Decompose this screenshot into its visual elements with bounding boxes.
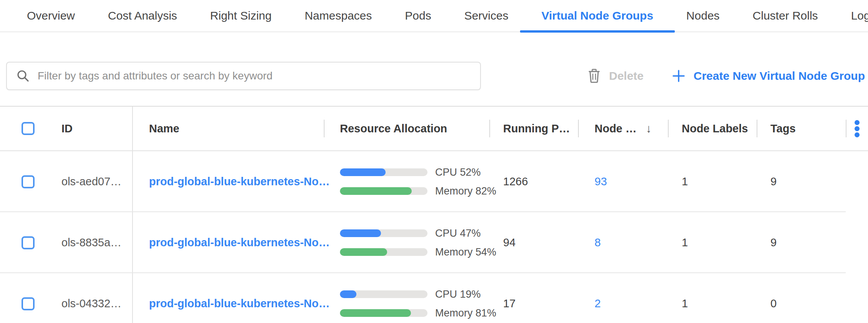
filter-search-box[interactable] xyxy=(6,62,481,90)
kebab-menu-icon[interactable] xyxy=(853,119,861,139)
virtual-node-groups-page: Overview Cost Analysis Right Sizing Name… xyxy=(0,0,868,323)
row-checkbox[interactable] xyxy=(22,236,35,249)
delete-button-label: Delete xyxy=(609,69,644,82)
sort-desc-icon[interactable]: ↓ xyxy=(646,122,652,135)
cpu-usage-line: CPU 47% xyxy=(340,227,496,239)
cpu-bar-fill xyxy=(340,290,356,298)
cpu-bar-track xyxy=(340,168,427,176)
delete-button[interactable]: Delete xyxy=(588,69,644,83)
tab-cluster-rolls[interactable]: Cluster Rolls xyxy=(753,0,818,32)
tab-virtual-node-groups[interactable]: Virtual Node Groups xyxy=(542,0,653,32)
memory-bar-track xyxy=(340,187,427,195)
nodes-count-cell: 2 xyxy=(578,273,668,323)
running-pods-value: 94 xyxy=(489,212,578,273)
cpu-usage-line: CPU 52% xyxy=(340,166,496,178)
table-header-row: ID Name Resource Allocation Running P… N… xyxy=(0,107,868,151)
memory-bar-track xyxy=(340,248,427,256)
row-checkbox-cell xyxy=(0,273,54,323)
tab-log[interactable]: Log xyxy=(851,0,868,32)
resource-allocation-cell: CPU 52% Memory 82% xyxy=(324,151,489,212)
tab-namespaces[interactable]: Namespaces xyxy=(305,0,372,32)
memory-bar-track xyxy=(340,309,427,317)
resource-bars: CPU 47% Memory 54% xyxy=(340,227,496,258)
toolbar-actions: Delete Create New Virtual Node Group xyxy=(588,62,865,90)
tags-value: 9 xyxy=(757,151,846,212)
memory-usage-label: Memory 54% xyxy=(435,246,496,258)
toolbar: Delete Create New Virtual Node Group xyxy=(0,32,868,106)
column-header-node-labels[interactable]: Node Labels xyxy=(668,107,757,150)
row-menu-cell xyxy=(846,151,868,212)
tab-cost-analysis[interactable]: Cost Analysis xyxy=(108,0,177,32)
kebab-dot xyxy=(855,120,860,125)
running-pods-value: 17 xyxy=(489,273,578,323)
node-labels-value: 1 xyxy=(668,273,757,323)
tags-value: 0 xyxy=(757,273,846,323)
column-header-resource-label: Resource Allocation xyxy=(340,122,447,135)
kebab-dot xyxy=(855,132,860,137)
column-header-running-pods-label: Running P… xyxy=(503,122,570,135)
cpu-usage-label: CPU 52% xyxy=(435,166,481,178)
table-row: ols-04332… prod-global-blue-kubernetes-N… xyxy=(0,273,868,323)
cpu-usage-line: CPU 19% xyxy=(340,288,496,300)
row-menu-cell xyxy=(846,212,868,273)
nodes-count-link[interactable]: 8 xyxy=(595,236,601,249)
column-header-id-label: ID xyxy=(54,122,73,135)
row-menu-cell xyxy=(846,273,868,323)
resource-allocation-cell: CPU 47% Memory 54% xyxy=(324,212,489,273)
column-header-name[interactable]: Name xyxy=(132,107,324,150)
tab-nodes[interactable]: Nodes xyxy=(686,0,720,32)
header-checkbox-cell xyxy=(0,107,54,150)
tags-value: 9 xyxy=(757,212,846,273)
cpu-bar-fill xyxy=(340,168,386,176)
memory-bar-fill xyxy=(340,187,412,195)
memory-usage-line: Memory 82% xyxy=(340,185,496,197)
column-header-nodes-label: Node … xyxy=(595,122,637,135)
cpu-bar-fill xyxy=(340,229,381,237)
row-checkbox[interactable] xyxy=(22,175,35,188)
memory-usage-line: Memory 81% xyxy=(340,307,496,319)
resource-bars: CPU 52% Memory 82% xyxy=(340,166,496,197)
row-checkbox[interactable] xyxy=(22,297,35,310)
table-row: ols-aed07… prod-global-blue-kubernetes-N… xyxy=(0,151,868,212)
create-virtual-node-group-button[interactable]: Create New Virtual Node Group xyxy=(672,69,865,82)
tab-services[interactable]: Services xyxy=(464,0,509,32)
memory-usage-label: Memory 82% xyxy=(435,185,496,197)
row-id: ols-04332… xyxy=(54,273,132,323)
plus-icon xyxy=(672,69,685,82)
virtual-node-groups-table: ID Name Resource Allocation Running P… N… xyxy=(0,106,868,323)
column-header-tags-label: Tags xyxy=(770,122,796,135)
search-input[interactable] xyxy=(38,70,471,82)
trash-icon xyxy=(588,69,601,83)
row-name-cell: prod-global-blue-kubernetes-No… xyxy=(132,273,324,323)
column-header-node-labels-label: Node Labels xyxy=(682,122,748,135)
node-labels-value: 1 xyxy=(668,212,757,273)
kebab-dot xyxy=(855,126,860,131)
tab-right-sizing[interactable]: Right Sizing xyxy=(210,0,272,32)
column-header-resource-allocation[interactable]: Resource Allocation xyxy=(324,107,489,150)
column-header-running-pods[interactable]: Running P… xyxy=(489,107,578,150)
node-labels-value: 1 xyxy=(668,151,757,212)
row-id: ols-8835a… xyxy=(54,212,132,273)
nodes-count-link[interactable]: 2 xyxy=(595,297,601,310)
cpu-usage-label: CPU 19% xyxy=(435,288,481,300)
tab-pods[interactable]: Pods xyxy=(405,0,431,32)
resource-bars: CPU 19% Memory 81% xyxy=(340,288,496,319)
create-button-label: Create New Virtual Node Group xyxy=(694,69,865,82)
column-header-tags[interactable]: Tags xyxy=(757,107,846,150)
node-group-name-link[interactable]: prod-global-blue-kubernetes-No… xyxy=(149,297,330,310)
nodes-count-link[interactable]: 93 xyxy=(595,175,607,188)
cpu-bar-track xyxy=(340,229,427,237)
select-all-checkbox[interactable] xyxy=(22,122,35,135)
memory-bar-fill xyxy=(340,309,411,317)
tab-overview[interactable]: Overview xyxy=(27,0,75,32)
node-group-name-link[interactable]: prod-global-blue-kubernetes-No… xyxy=(149,236,330,249)
running-pods-value: 1266 xyxy=(489,151,578,212)
node-group-name-link[interactable]: prod-global-blue-kubernetes-No… xyxy=(149,175,330,188)
memory-bar-fill xyxy=(340,248,387,256)
nodes-count-cell: 8 xyxy=(578,212,668,273)
row-id: ols-aed07… xyxy=(54,151,132,212)
cpu-usage-label: CPU 47% xyxy=(435,227,481,239)
column-header-id[interactable]: ID xyxy=(54,107,132,150)
row-checkbox-cell xyxy=(0,151,54,212)
column-header-nodes[interactable]: Node … ↓ xyxy=(578,107,668,150)
